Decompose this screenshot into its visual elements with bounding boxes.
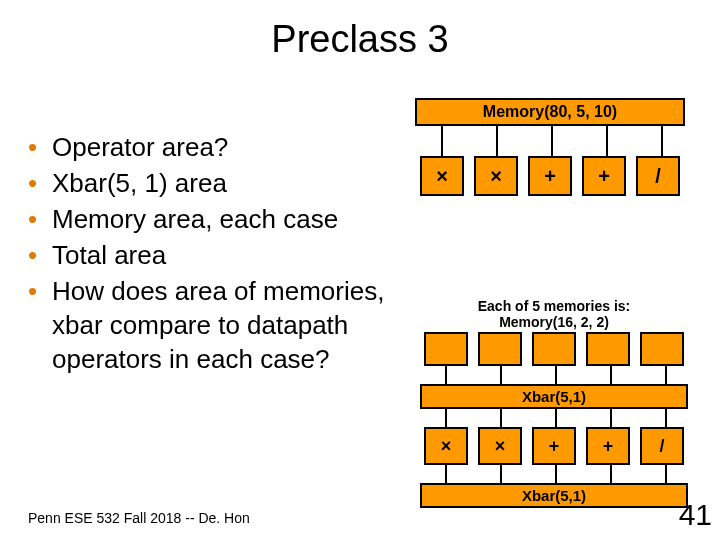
operator-row: × × + + / <box>420 156 680 196</box>
operator-add: + <box>586 427 630 465</box>
connector-lines <box>424 465 684 483</box>
memory-block-small <box>532 332 576 366</box>
operator-row: × × + + / <box>424 427 684 465</box>
list-item: • How does area of memories, xbar compar… <box>28 274 388 376</box>
slide-title: Preclass 3 <box>0 0 720 61</box>
memory-row <box>424 332 684 366</box>
memory-block: Memory(80, 5, 10) <box>415 98 685 126</box>
page-number: 41 <box>679 498 712 532</box>
connector-lines <box>420 126 680 156</box>
diagram-memory-split: Each of 5 memories is: Memory(16, 2, 2) … <box>404 298 704 508</box>
memory-block-small <box>586 332 630 366</box>
xbar-block: Xbar(5,1) <box>420 384 688 409</box>
operator-divide: / <box>640 427 684 465</box>
diagram-caption: Each of 5 memories is: Memory(16, 2, 2) <box>404 298 704 330</box>
operator-multiply: × <box>478 427 522 465</box>
bullet-icon: • <box>28 202 52 236</box>
bullet-text: Xbar(5, 1) area <box>52 166 227 200</box>
operator-add: + <box>532 427 576 465</box>
operator-divide: / <box>636 156 680 196</box>
list-item: • Total area <box>28 238 388 272</box>
connector-lines <box>424 409 684 427</box>
list-item: • Memory area, each case <box>28 202 388 236</box>
operator-multiply: × <box>420 156 464 196</box>
list-item: • Xbar(5, 1) area <box>28 166 388 200</box>
memory-block-small <box>640 332 684 366</box>
operator-add: + <box>528 156 572 196</box>
diagram-memory-single: Memory(80, 5, 10) × × + + / <box>400 98 700 196</box>
operator-multiply: × <box>474 156 518 196</box>
memory-block-small <box>424 332 468 366</box>
bullet-text: How does area of memories, xbar compare … <box>52 274 388 376</box>
operator-add: + <box>582 156 626 196</box>
bullet-text: Total area <box>52 238 166 272</box>
bullet-text: Operator area? <box>52 130 228 164</box>
list-item: • Operator area? <box>28 130 388 164</box>
bullet-icon: • <box>28 130 52 164</box>
memory-block-small <box>478 332 522 366</box>
bullet-icon: • <box>28 166 52 200</box>
bullet-list: • Operator area? • Xbar(5, 1) area • Mem… <box>28 130 388 378</box>
connector-lines <box>424 366 684 384</box>
bullet-text: Memory area, each case <box>52 202 338 236</box>
xbar-block: Xbar(5,1) <box>420 483 688 508</box>
bullet-icon: • <box>28 238 52 272</box>
footer-text: Penn ESE 532 Fall 2018 -- De. Hon <box>28 510 250 526</box>
bullet-icon: • <box>28 274 52 308</box>
operator-multiply: × <box>424 427 468 465</box>
